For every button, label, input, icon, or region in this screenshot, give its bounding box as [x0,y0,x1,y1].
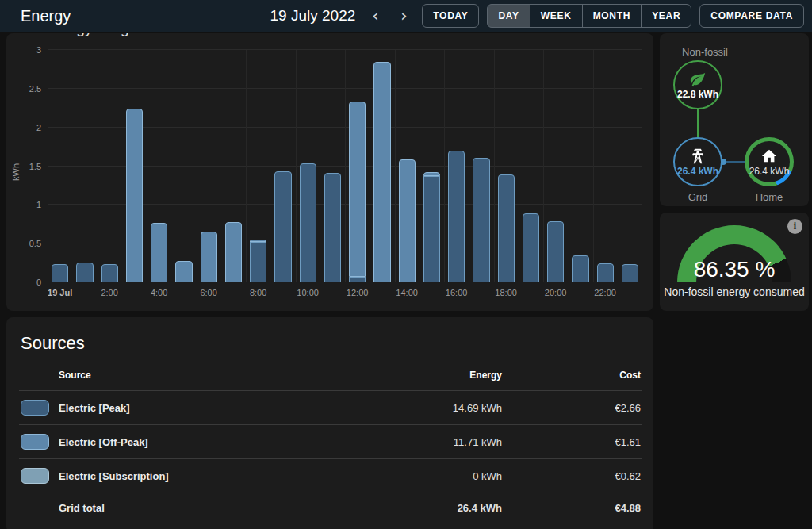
source-cost: €1.61 [504,425,642,459]
home-icon [760,148,778,165]
x-axis-tick: 19 Jul [48,288,72,297]
source-cost: €0.62 [504,459,642,493]
main-content: Energy usage kWh 00.511.522.5319 Jul2:00… [6,33,809,529]
x-axis-tick: 2:00 [101,288,117,297]
x-axis-tick: 20:00 [545,288,567,297]
source-energy: 26.4 kWh [353,493,504,527]
view-week-button[interactable]: WEEK [530,4,583,28]
bar-segment [349,102,366,277]
bar-17:00[interactable] [469,50,493,282]
energy-usage-chart-card: Energy usage kWh 00.511.522.5319 Jul2:00… [6,33,653,311]
energy-distribution-card: Non-fossil 22.8 kWh 26.4 kWh 26.4 kWh [660,33,809,206]
bar-segment [498,174,515,282]
x-axis-tick: 6:00 [200,288,216,297]
bar-7:00[interactable] [221,50,246,282]
x-axis-tick: 14:00 [396,288,418,297]
app-header: Energy 19 July 2022 ‹ › TODAY DAY WEEK M… [0,0,812,32]
bar-segment [201,232,217,282]
bar-segment [448,151,465,282]
header-controls: 19 July 2022 ‹ › TODAY DAY WEEK MONTH YE… [270,4,804,28]
y-axis-tick: 2 [17,123,41,132]
grid-circle[interactable]: 26.4 kWh [673,137,722,186]
next-day-button[interactable]: › [393,6,414,26]
bar-segment [76,263,93,282]
bar-segment [547,221,564,282]
bar-11:00[interactable] [320,50,345,282]
bar-segment [52,264,68,282]
bar-3:00[interactable] [122,50,147,282]
bar-segment [473,158,489,282]
x-axis-tick: 12:00 [347,288,369,297]
bar-segment [151,223,167,282]
date-label: 19 July 2022 [270,7,356,25]
y-axis-tick: 3 [17,45,41,55]
bar-segment [597,263,614,282]
bar-4:00[interactable] [147,50,171,282]
view-month-button[interactable]: MONTH [582,4,642,28]
x-axis-tick: 8:00 [250,288,266,297]
bar-segment [126,109,143,282]
view-day-button[interactable]: DAY [487,4,530,28]
bar-13:00[interactable] [370,50,394,282]
bar-16:00[interactable] [444,50,469,282]
non-fossil-to-grid-line [697,109,699,138]
today-button[interactable]: TODAY [422,4,479,28]
y-axis-tick: 2.5 [17,84,41,94]
bar-15:00[interactable] [419,50,444,282]
bar-segment [102,264,118,282]
bar-8:00[interactable] [246,50,270,282]
bar-5:00[interactable] [171,50,196,282]
source-label: Grid total [57,493,353,527]
grid-total-row: Grid total26.4 kWh€4.88 [19,493,642,527]
bar-1:00[interactable] [72,50,97,282]
home-value: 26.4 kWh [749,166,790,177]
bar-21:00[interactable] [568,50,592,282]
source-label: Electric [Peak] [57,391,353,425]
bar-23:00[interactable] [618,50,642,282]
view-toggle-group: DAY WEEK MONTH YEAR [487,4,691,28]
y-axis-tick: 0 [17,278,41,287]
col-source: Source [57,358,353,391]
source-label: Electric [Subscription] [57,459,353,493]
non-fossil-label: Non-fossil [673,46,737,58]
gauge-label: Non-fossil energy consumed [660,286,809,298]
bar-19:00[interactable] [519,50,543,282]
bar-segment [274,171,291,282]
y-axis-tick: 0.5 [17,239,41,248]
source-row: Electric [Subscription]0 kWh€0.62 [19,459,642,493]
source-cost: €4.88 [504,493,642,527]
prev-day-button[interactable]: ‹ [365,6,385,26]
chart-plot[interactable]: 00.511.522.5319 Jul2:004:006:008:0010:00… [48,50,642,282]
sources-table: Source Energy Cost Electric [Peak]14.69 … [19,358,642,527]
bar-2:00[interactable] [98,50,122,282]
x-axis-tick: 16:00 [446,288,468,297]
view-year-button[interactable]: YEAR [641,4,691,28]
compare-data-button[interactable]: COMPARE DATA [699,4,804,28]
bar-18:00[interactable] [494,50,519,282]
bar-0:00[interactable] [48,50,72,282]
bar-20:00[interactable] [543,50,568,282]
bar-12:00[interactable] [345,50,370,282]
source-label: Electric [Off-Peak] [57,425,353,459]
bar-segment [225,222,242,282]
home-circle[interactable]: 26.4 kWh [745,137,794,186]
x-axis-tick: 4:00 [151,288,167,297]
y-axis-tick: 1 [17,200,41,209]
bar-9:00[interactable] [270,50,295,282]
non-fossil-value: 22.8 kWh [677,89,718,100]
source-energy: 14.69 kWh [353,391,504,425]
sources-header-row: Source Energy Cost [19,358,642,391]
bar-10:00[interactable] [296,50,320,282]
source-row: Electric [Off-Peak]11.71 kWh€1.61 [19,425,642,459]
x-axis-tick: 10:00 [297,288,319,297]
source-color-swatch [21,468,49,484]
bar-22:00[interactable] [593,50,618,282]
bar-6:00[interactable] [197,50,221,282]
bar-14:00[interactable] [395,50,419,282]
transmission-tower-icon [689,148,707,165]
y-axis-title: kWh [11,117,21,228]
non-fossil-circle[interactable]: 22.8 kWh [673,60,722,109]
non-fossil-gauge-card: i 86.35 % Non-fossil energy consumed [660,213,809,311]
right-column: Non-fossil 22.8 kWh 26.4 kWh 26.4 kWh [660,33,809,311]
bar-segment [175,261,192,282]
